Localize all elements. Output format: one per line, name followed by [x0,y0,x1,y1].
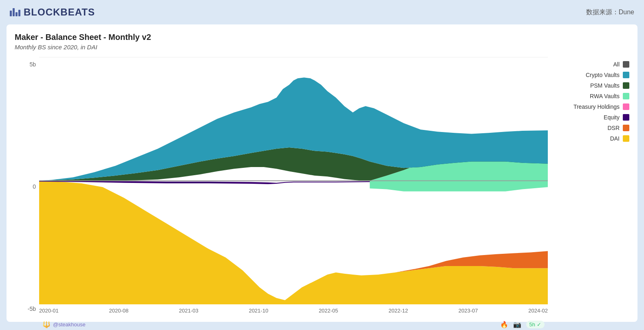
chart-svg [39,57,548,304]
footer: 🔱 @steakhouse 🔥 📷 5h ✓ [39,319,548,328]
x-label-2023-07: 2023-07 [459,308,478,319]
dai-area [39,181,548,305]
x-label-2022-05: 2022-05 [319,308,338,319]
x-label-2022-12: 2022-12 [388,308,408,319]
check-icon: ✓ [537,321,541,328]
legend-item-psm-vaults: PSM Vaults [556,82,629,89]
legend-color-rwa-vaults [623,93,629,99]
logo-text: BLOCKBEATS [24,7,95,18]
y-label-neg5b: -5b [15,306,39,312]
chart-subtitle: Monthly BS since 2020, in DAI [15,44,629,51]
legend-label-treasury-holdings: Treasury Holdings [573,103,620,110]
x-label-2024-02: 2024-02 [528,308,548,319]
y-label-0: 0 [15,183,39,190]
legend-item-all: All [556,61,629,68]
legend-color-treasury-holdings [623,103,629,110]
legend-color-psm-vaults [623,82,629,89]
chart-body: 5b 0 -5b [15,57,629,328]
legend-label-psm-vaults: PSM Vaults [590,82,620,89]
legend-label-crypto-vaults: Crypto Vaults [586,72,620,78]
legend-color-dsr [623,125,629,131]
legend-label-equity: Equity [604,114,620,121]
chart-container: Maker - Balance Sheet - Monthly v2 Month… [7,24,637,322]
logo-bar-2 [13,8,15,16]
logo: BLOCKBEATS [10,7,95,18]
footer-left: 🔱 @steakhouse [42,321,86,328]
author-label: @steakhouse [53,321,86,328]
logo-icon [10,8,20,16]
legend-label-dai: DAI [610,135,620,142]
x-label-2021-10: 2021-10 [249,308,268,319]
logo-bar-4 [18,10,20,16]
time-badge: 5h ✓ [526,321,545,328]
x-label-2020-08: 2020-08 [109,308,128,319]
footer-right: 🔥 📷 5h ✓ [500,321,545,328]
legend-color-crypto-vaults [623,72,629,78]
legend-item-dai: DAI [556,135,629,142]
logo-bar-3 [15,12,18,16]
legend-color-dai [623,135,629,142]
header: BLOCKBEATS 数据来源：Dune [0,0,644,24]
x-label-2020-01: 2020-01 [39,308,59,319]
legend-color-equity [623,114,629,121]
legend: All Crypto Vaults PSM Vaults RWA Vaults … [548,57,629,328]
legend-color-all [623,61,629,68]
x-axis: 2020-01 2020-08 2021-03 2021-10 2022-05 … [39,304,548,319]
psi-icon: 🔱 [42,321,51,328]
legend-label-dsr: DSR [607,125,620,131]
time-value: 5h [529,321,535,328]
svg-wrapper [39,57,548,304]
data-source: 数据来源：Dune [586,8,634,17]
legend-label-all: All [613,61,620,68]
legend-item-crypto-vaults: Crypto Vaults [556,72,629,78]
camera-icon[interactable]: 📷 [513,321,521,328]
y-label-5b: 5b [15,61,39,68]
chart-area: 2020-01 2020-08 2021-03 2021-10 2022-05 … [39,57,548,328]
legend-item-dsr: DSR [556,125,629,131]
legend-item-treasury-holdings: Treasury Holdings [556,103,629,110]
x-label-2021-03: 2021-03 [179,308,198,319]
chart-title: Maker - Balance Sheet - Monthly v2 [15,33,629,42]
legend-item-equity: Equity [556,114,629,121]
legend-label-rwa-vaults: RWA Vaults [590,93,620,99]
y-axis: 5b 0 -5b [15,57,39,328]
flame-icon[interactable]: 🔥 [500,321,508,328]
legend-item-rwa-vaults: RWA Vaults [556,93,629,99]
logo-bar-1 [10,11,12,16]
